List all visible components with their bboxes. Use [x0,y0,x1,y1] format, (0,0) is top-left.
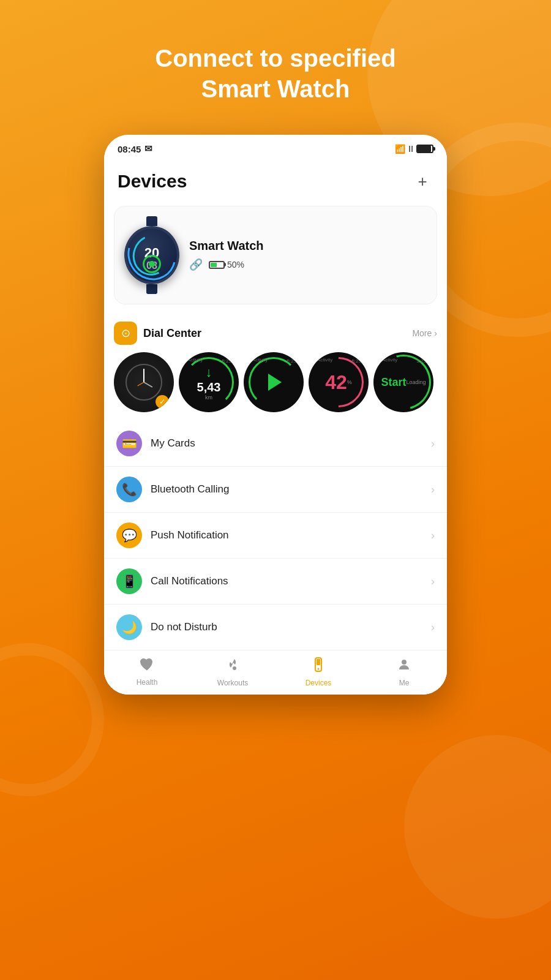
phone-frame: 08:45 ✉ 📶 ⅠⅠ Devices + 20 [104,135,447,695]
bluetooth-calling-icon: 📞 [116,477,142,502]
nav-item-me[interactable]: Me [386,657,422,687]
nav-item-health[interactable]: Health [129,657,165,687]
add-device-button[interactable]: + [411,170,433,192]
menu-item-call-notifications[interactable]: 📱 Call Notifications › [104,559,447,605]
svg-point-3 [318,668,320,670]
me-icon [396,657,412,676]
mail-icon: ✉ [144,143,152,154]
call-notifications-icon: 📱 [116,568,142,594]
menu-item-push-notification[interactable]: 💬 Push Notification › [104,513,447,559]
my-cards-label: My Cards [151,437,422,450]
battery-status: 50% [209,260,244,270]
watch-faces-row: 5:25 ↓Activity ↓ 5,43 km ↓Activity 5:25 [114,352,437,412]
dial-center-section: ⊙ Dial Center More › [104,314,447,420]
app-content: Devices + 20 08 [104,159,447,695]
nav-item-workouts[interactable]: Workouts [214,657,251,687]
workouts-icon [225,657,241,676]
dial-center-icon: ⊙ [114,322,137,345]
health-icon [139,657,155,676]
menu-item-my-cards[interactable]: 💳 My Cards › [104,421,447,467]
battery-icon [416,145,433,153]
watch-status: 🔗 50% [189,258,427,271]
watch-face-5[interactable]: ↓Activity 5:25 Start Loading [373,352,433,412]
workouts-nav-label: Workouts [217,679,248,687]
push-notification-icon: 💬 [116,522,142,548]
chevron-push: › [431,529,435,542]
svg-point-4 [402,660,407,665]
push-notification-label: Push Notification [151,529,422,541]
page-header-title: Connect to specified Smart Watch [155,43,395,104]
menu-item-do-not-disturb[interactable]: 🌙 Do not Disturb › [104,605,447,650]
chevron-bluetooth: › [431,483,435,496]
signal-icon: ⅠⅠ [408,144,413,154]
svg-point-0 [233,666,236,670]
health-nav-label: Health [137,678,158,687]
menu-list: 💳 My Cards › 📞 Bluetooth Calling › 💬 Pus… [104,421,447,650]
watch-info: Smart Watch 🔗 50% [189,239,427,271]
svg-rect-2 [317,659,320,665]
menu-item-bluetooth-calling[interactable]: 📞 Bluetooth Calling › [104,467,447,513]
chevron-call: › [431,575,435,588]
app-page-header: Devices + [104,159,447,200]
nav-item-devices[interactable]: Devices [300,657,337,687]
call-notifications-label: Call Notifications [151,575,422,587]
watch-image: 20 08 [124,216,179,294]
chevron-my-cards: › [431,437,435,450]
page-title: Devices [118,171,187,192]
chevron-dnd: › [431,621,435,634]
watch-face-4[interactable]: ↓Activity 5:25 42 % [309,352,369,412]
device-card[interactable]: 20 08 Smart Watch 🔗 [114,206,437,304]
do-not-disturb-icon: 🌙 [116,614,142,640]
watch-face-3[interactable]: ↓Activity 5:25 [244,352,304,412]
wifi-icon: 📶 [395,144,405,154]
more-link[interactable]: More › [412,328,437,338]
do-not-disturb-label: Do not Disturb [151,621,422,633]
bottom-nav: Health Workouts [104,650,447,695]
dial-center-label: Dial Center [143,327,201,340]
dial-center-header: ⊙ Dial Center More › [114,322,437,345]
devices-icon [310,657,326,676]
status-icons: 📶 ⅠⅠ [395,144,433,154]
devices-nav-label: Devices [305,679,332,687]
watch-face: 20 08 [124,226,179,284]
my-cards-icon: 💳 [116,431,142,456]
watch-face-2[interactable]: 5:25 ↓Activity ↓ 5,43 km [179,352,239,412]
status-time: 08:45 ✉ [118,143,152,154]
link-icon: 🔗 [189,258,203,271]
me-nav-label: Me [399,679,410,687]
status-bar: 08:45 ✉ 📶 ⅠⅠ [104,135,447,159]
watch-face-1[interactable] [114,352,174,412]
bluetooth-calling-label: Bluetooth Calling [151,483,422,496]
watch-name: Smart Watch [189,239,427,253]
